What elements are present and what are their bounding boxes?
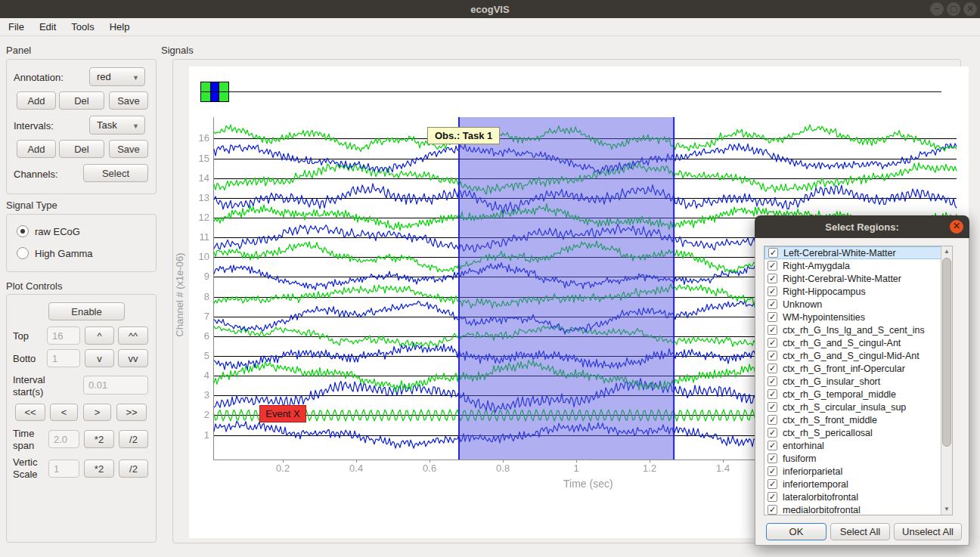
dialog-close-icon[interactable]: ✕ <box>950 220 963 234</box>
unselect-all-button[interactable]: Unselect All <box>894 523 962 540</box>
region-name: ctx_rh_G_and_S_cingul-Ant <box>783 338 901 348</box>
titlebar[interactable]: ecogVIS − ▢ ✕ <box>0 0 980 18</box>
checkbox-icon[interactable]: ✓ <box>768 248 778 258</box>
region-name: ctx_rh_G_Ins_lg_and_S_cent_ins <box>783 325 925 336</box>
region-list-item[interactable]: ✓WM-hypointensities <box>764 311 952 323</box>
checkbox-icon[interactable]: ✓ <box>768 441 777 450</box>
interval-start-label-line1: Interval <box>13 374 45 385</box>
top-input[interactable]: 16 <box>47 326 80 345</box>
time-span-input[interactable]: 2.0 <box>48 430 79 448</box>
checkbox-icon[interactable]: ✓ <box>768 299 777 309</box>
radio-raw-ecog[interactable] <box>17 225 29 237</box>
radio-high-gamma[interactable] <box>17 247 29 259</box>
region-list-item[interactable]: ✓lateralorbitofrontal <box>764 490 952 503</box>
channel-down-button[interactable]: v <box>85 349 114 367</box>
checkbox-icon[interactable]: ✓ <box>768 312 777 322</box>
minimize-icon[interactable]: − <box>930 2 944 16</box>
scroll-down-icon[interactable]: ▼ <box>941 504 952 515</box>
step-back-button[interactable]: < <box>50 404 78 421</box>
checkbox-icon[interactable]: ✓ <box>768 261 777 271</box>
del-button[interactable]: Del <box>59 140 104 158</box>
add-button[interactable]: Add <box>17 91 56 110</box>
dialog-titlebar[interactable]: Select Regions: ✕ <box>755 215 969 238</box>
region-list-item[interactable]: ✓ctx_rh_S_front_middle <box>764 413 952 426</box>
region-list-item[interactable]: ✓Unknown <box>764 298 952 311</box>
checkbox-icon[interactable]: ✓ <box>768 364 777 373</box>
region-list-item[interactable]: ✓entorhinal <box>764 439 952 452</box>
bottom-input[interactable]: 1 <box>47 349 80 367</box>
region-name: inferiorparietal <box>783 466 842 477</box>
region-list-item[interactable]: ✓ctx_rh_G_front_inf-Opercular <box>764 362 952 375</box>
vertical-scale-half-button[interactable]: /2 <box>119 460 148 478</box>
signal-type-section-label: Signal Type <box>6 200 57 211</box>
annotation-combobox[interactable]: red ▼ <box>89 67 145 86</box>
checkbox-icon[interactable]: ✓ <box>768 351 777 361</box>
region-list-item[interactable]: ✓ctx_rh_S_pericallosal <box>764 426 952 439</box>
vertical-scale-input[interactable]: 1 <box>48 460 79 478</box>
channels-select-button[interactable]: Select <box>83 164 148 182</box>
region-list-item[interactable]: ✓inferiortemporal <box>764 478 952 490</box>
checkbox-icon[interactable]: ✓ <box>768 479 777 489</box>
menu-item-tools[interactable]: Tools <box>64 19 101 35</box>
region-list-item[interactable]: ✓ctx_rh_G_and_S_cingul-Mid-Ant <box>764 349 952 362</box>
save-button[interactable]: Save <box>109 140 148 158</box>
checkbox-icon[interactable]: ✓ <box>768 325 777 335</box>
checkbox-icon[interactable]: ✓ <box>768 338 777 348</box>
del-button[interactable]: Del <box>59 91 104 110</box>
ok-button[interactable]: OK <box>766 523 826 540</box>
save-button[interactable]: Save <box>109 91 148 110</box>
page-forward-button[interactable]: >> <box>116 404 147 421</box>
region-list-item[interactable]: ✓Right-Amygdala <box>764 259 952 272</box>
add-button[interactable]: Add <box>17 140 56 158</box>
checkbox-icon[interactable]: ✓ <box>768 466 777 476</box>
checkbox-icon[interactable]: ✓ <box>768 415 777 425</box>
region-list-item[interactable]: ✓ctx_rh_G_temporal_middle <box>764 388 952 401</box>
region-list-item[interactable]: ✓Left-Cerebral-White-Matter <box>764 246 952 259</box>
x-tick-label: 1.4 <box>708 463 738 474</box>
region-list-item[interactable]: ✓ctx_rh_G_insular_short <box>764 375 952 388</box>
channel-up-page-button[interactable]: ^^ <box>118 326 148 345</box>
checkbox-icon[interactable]: ✓ <box>768 402 777 412</box>
menu-item-edit[interactable]: Edit <box>33 19 63 35</box>
region-rows: ✓Left-Cerebral-White-Matter✓Right-Amygda… <box>764 246 952 515</box>
region-list-item[interactable]: ✓ctx_rh_S_circular_insula_sup <box>764 401 952 413</box>
checkbox-icon[interactable]: ✓ <box>768 286 777 296</box>
channel-down-page-button[interactable]: vv <box>118 349 148 367</box>
region-list-item[interactable]: ✓inferiorparietal <box>764 465 952 478</box>
close-icon[interactable]: ✕ <box>963 2 977 16</box>
region-name: ctx_rh_G_temporal_middle <box>783 389 896 400</box>
interval-start-input[interactable]: 0.01 <box>83 376 148 395</box>
intervals-combobox[interactable]: Task ▼ <box>89 116 145 135</box>
page-back-button[interactable]: << <box>15 404 45 421</box>
menu-item-help[interactable]: Help <box>103 19 137 35</box>
region-list-item[interactable]: ✓ctx_rh_G_Ins_lg_and_S_cent_ins <box>764 323 952 336</box>
step-forward-button[interactable]: > <box>83 404 111 421</box>
scroll-thumb[interactable] <box>942 258 951 447</box>
panel-section-label: Panel <box>6 45 31 56</box>
region-list-item[interactable]: ✓fusiform <box>764 452 952 465</box>
checkbox-icon[interactable]: ✓ <box>768 389 777 399</box>
menu-item-file[interactable]: File <box>2 19 31 35</box>
enable-button[interactable]: Enable <box>48 302 125 320</box>
vertical-scale-double-button[interactable]: *2 <box>84 460 114 478</box>
region-list-item[interactable]: ✓ctx_rh_G_and_S_cingul-Ant <box>764 336 952 349</box>
checkbox-icon[interactable]: ✓ <box>768 505 777 515</box>
region-list-item[interactable]: ✓medialorbitofrontal <box>764 503 952 515</box>
maximize-icon[interactable]: ▢ <box>947 2 960 16</box>
checkbox-icon[interactable]: ✓ <box>768 453 777 463</box>
chevron-down-icon: ▼ <box>132 122 139 130</box>
channel-up-button[interactable]: ^ <box>85 326 114 345</box>
event-annotation[interactable]: Event X <box>259 405 306 422</box>
region-list: ✓Left-Cerebral-White-Matter✓Right-Amygda… <box>764 246 953 515</box>
checkbox-icon[interactable]: ✓ <box>768 492 777 502</box>
checkbox-icon[interactable]: ✓ <box>768 376 777 386</box>
list-scrollbar[interactable]: ▲ ▼ <box>941 246 952 515</box>
time-span-double-button[interactable]: *2 <box>84 430 114 448</box>
checkbox-icon[interactable]: ✓ <box>768 274 777 283</box>
region-list-item[interactable]: ✓Right-Hippocampus <box>764 285 952 298</box>
scroll-up-icon[interactable]: ▲ <box>941 246 952 257</box>
select-all-button[interactable]: Select All <box>830 523 890 540</box>
time-span-half-button[interactable]: /2 <box>119 430 148 448</box>
region-list-item[interactable]: ✓Right-Cerebral-White-Matter <box>764 272 952 285</box>
checkbox-icon[interactable]: ✓ <box>768 428 777 438</box>
